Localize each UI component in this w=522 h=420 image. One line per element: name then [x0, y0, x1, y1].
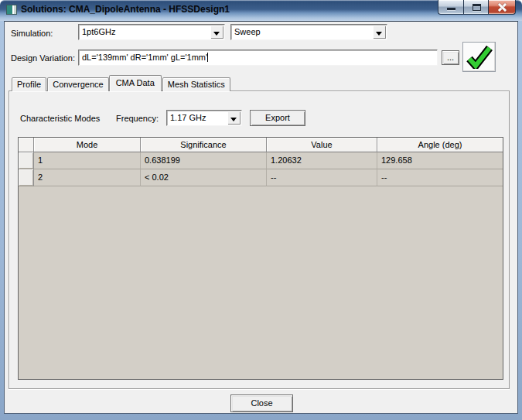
window-title: Solutions: CMA_DipoleAntenna - HFSSDesig…	[21, 4, 230, 15]
maximize-icon	[473, 4, 481, 11]
simulation-setup-combobox[interactable]: 1pt6GHz	[78, 24, 225, 40]
titlebar[interactable]: Solutions: CMA_DipoleAntenna - HFSSDesig…	[0, 0, 522, 21]
caption-buttons	[438, 0, 516, 15]
chevron-down-icon	[376, 32, 382, 36]
minimize-icon	[447, 8, 455, 10]
close-window-button[interactable]	[489, 0, 516, 15]
tab-cma-data[interactable]: CMA Data	[109, 75, 162, 91]
frequency-dropdown-button[interactable]	[227, 111, 241, 125]
tab-mesh-statistics[interactable]: Mesh Statistics	[162, 77, 230, 91]
chevron-down-icon	[230, 118, 237, 121]
design-variation-browse-button[interactable]: ...	[442, 50, 459, 65]
frequency-value: 1.17 GHz	[170, 113, 206, 122]
row-selector[interactable]	[19, 152, 34, 169]
table-cell-angle[interactable]: 129.658	[377, 152, 503, 169]
table-corner-cell[interactable]	[19, 138, 34, 152]
close-button[interactable]: Close	[230, 394, 293, 412]
simulation-label: Simulation:	[11, 29, 53, 38]
maximize-button[interactable]	[463, 0, 489, 15]
solutions-dialog: Solutions: CMA_DipoleAntenna - HFSSDesig…	[0, 0, 522, 420]
green-checkmark-icon	[466, 46, 493, 69]
column-header-angle[interactable]: Angle (deg)	[377, 138, 503, 152]
tab-strip: Profile Convergence CMA Data Mesh Statis…	[12, 75, 231, 91]
column-header-mode[interactable]: Mode	[34, 138, 141, 152]
simulation-setup-value: 1pt6GHz	[82, 27, 115, 36]
table-cell-angle[interactable]: --	[377, 169, 503, 186]
column-header-significance[interactable]: Significance	[141, 138, 267, 152]
chevron-down-icon	[213, 32, 220, 36]
design-variation-label: Design Variation:	[11, 53, 75, 63]
table-cell-value[interactable]: --	[267, 169, 377, 186]
text-caret	[207, 53, 208, 62]
characteristic-modes-label: Characteristic Modes	[20, 114, 100, 123]
table-empty-area	[19, 186, 503, 379]
frequency-combobox[interactable]: 1.17 GHz	[166, 110, 242, 126]
design-variation-value: dL='139mm' dR='1mm' gL='1mm'	[82, 53, 207, 62]
valid-variation-indicator	[462, 42, 496, 72]
table-cell-significance[interactable]: 0.638199	[141, 152, 267, 169]
table-cell-mode[interactable]: 1	[34, 152, 141, 169]
simulation-sweep-dropdown-button[interactable]	[373, 26, 386, 39]
table-cell-significance[interactable]: < 0.02	[141, 169, 267, 186]
tab-profile[interactable]: Profile	[12, 77, 46, 91]
minimize-button[interactable]	[438, 0, 463, 15]
table-cell-mode[interactable]: 2	[34, 169, 141, 186]
close-icon	[497, 3, 507, 12]
frequency-label: Frequency:	[116, 114, 159, 123]
simulation-setup-dropdown-button[interactable]	[210, 26, 223, 39]
simulation-sweep-combobox[interactable]: Sweep	[230, 24, 387, 40]
tab-convergence[interactable]: Convergence	[47, 77, 108, 91]
export-button[interactable]: Export	[250, 110, 305, 126]
simulation-sweep-value: Sweep	[234, 27, 261, 36]
modes-table: Mode Significance Value Angle (deg) 1 0.…	[18, 137, 503, 380]
dialog-client-area: Simulation: 1pt6GHz Sweep Design Variati…	[4, 21, 518, 414]
row-selector[interactable]	[19, 169, 34, 186]
table-cell-value[interactable]: 1.20632	[267, 152, 377, 169]
design-variation-input[interactable]: dL='139mm' dR='1mm' gL='1mm'	[78, 50, 438, 66]
column-header-value[interactable]: Value	[267, 138, 377, 152]
app-icon	[6, 5, 17, 15]
